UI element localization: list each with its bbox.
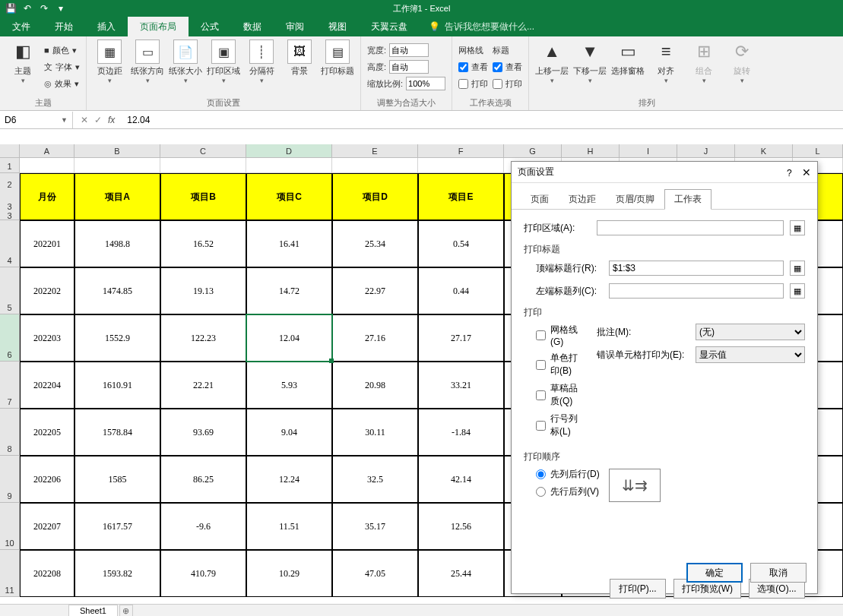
sheet-tab[interactable]: Sheet1	[68, 605, 118, 617]
headings-print-check[interactable]	[493, 79, 502, 89]
cell[interactable]: 202201	[20, 220, 74, 267]
row-header[interactable]: 6	[0, 314, 20, 362]
cell[interactable]: 33.21	[418, 362, 504, 409]
cell[interactable]: 30.11	[332, 409, 418, 456]
cell[interactable]: 202202	[20, 267, 74, 314]
cell[interactable]: 202208	[20, 550, 74, 597]
draft-check[interactable]	[536, 390, 546, 400]
formula-input[interactable]: 12.04	[122, 113, 843, 127]
col-header-A[interactable]: A	[20, 144, 74, 157]
print-area-picker-icon[interactable]: ▦	[790, 220, 805, 235]
save-icon[interactable]: 💾	[5, 2, 17, 14]
cell[interactable]: 202204	[20, 362, 74, 409]
bw-check[interactable]	[536, 360, 546, 370]
tab-data[interactable]: 数据	[231, 17, 274, 36]
cell[interactable]: 410.79	[160, 550, 246, 597]
width-input[interactable]	[389, 43, 429, 57]
print-area-input[interactable]	[597, 220, 784, 235]
row-header[interactable]: 7	[0, 362, 20, 409]
cell[interactable]: 16.41	[246, 220, 332, 267]
cell[interactable]: 项目B	[160, 173, 246, 220]
cell[interactable]: 1593.82	[74, 550, 160, 597]
cell[interactable]: 12.04	[246, 314, 332, 362]
cell[interactable]	[160, 158, 246, 173]
cell[interactable]: 25.34	[332, 220, 418, 267]
height-input[interactable]	[389, 60, 429, 74]
ok-button[interactable]: 确定	[686, 563, 743, 583]
qat-dropdown-icon[interactable]: ▾	[55, 2, 67, 14]
dialog-close-icon[interactable]: ✕	[802, 166, 811, 178]
col-header-D[interactable]: D	[246, 144, 332, 157]
cell[interactable]: 22.97	[332, 267, 418, 314]
cell[interactable]: 27.16	[332, 314, 418, 362]
cell[interactable]	[20, 158, 74, 173]
name-box[interactable]: D6 ▼	[0, 112, 73, 128]
align-button[interactable]: ≡对齐	[649, 39, 683, 84]
tab-cloud[interactable]: 天翼云盘	[359, 17, 420, 36]
cell[interactable]: 9.04	[246, 409, 332, 456]
col-header-E[interactable]: E	[332, 144, 418, 157]
cell[interactable]: 19.13	[160, 267, 246, 314]
rotate-button[interactable]: ⟳旋转	[725, 39, 759, 84]
row-header[interactable]: 5	[0, 267, 20, 314]
cell[interactable]: 35.17	[332, 503, 418, 550]
cell[interactable]: 202206	[20, 456, 74, 503]
col-header-I[interactable]: I	[620, 144, 677, 157]
select-all-corner[interactable]	[0, 144, 20, 157]
margins-button[interactable]: ▦页边距	[93, 39, 126, 84]
col-header-C[interactable]: C	[160, 144, 246, 157]
col-header-L[interactable]: L	[793, 144, 843, 157]
headings-view-check[interactable]	[493, 62, 502, 72]
cell[interactable]: 93.69	[160, 409, 246, 456]
tab-file[interactable]: 文件	[0, 17, 43, 36]
cell[interactable]: 25.44	[418, 550, 504, 597]
cell[interactable]: 42.14	[418, 456, 504, 503]
cell[interactable]: 1610.91	[74, 362, 160, 409]
cell[interactable]: 1585	[74, 456, 160, 503]
undo-icon[interactable]: ↶	[21, 2, 33, 14]
orientation-button[interactable]: ▭纸张方向	[131, 39, 164, 84]
comments-select[interactable]: (无)	[696, 324, 805, 340]
cell[interactable]: 122.23	[160, 314, 246, 362]
size-button[interactable]: 📄纸张大小	[169, 39, 202, 84]
cell[interactable]: 项目C	[246, 173, 332, 220]
print-area-button[interactable]: ▣打印区域	[207, 39, 240, 84]
cell[interactable]: 5.93	[246, 362, 332, 409]
row-header[interactable]: 8	[0, 409, 20, 456]
cell[interactable]: -1.84	[418, 409, 504, 456]
cell[interactable]	[418, 158, 504, 173]
tab-insert[interactable]: 插入	[85, 17, 128, 36]
tell-me-search[interactable]: 💡 告诉我您想要做什么...	[420, 17, 534, 36]
tab-home[interactable]: 开始	[43, 17, 85, 36]
tab-review[interactable]: 审阅	[274, 17, 316, 36]
cell[interactable]: 1474.85	[74, 267, 160, 314]
col-header-H[interactable]: H	[562, 144, 620, 157]
enter-formula-icon[interactable]: ✓	[94, 115, 102, 125]
colors-button[interactable]: ■颜色▾	[44, 43, 80, 58]
print-titles-button[interactable]: ▤打印标题	[321, 39, 354, 77]
cell[interactable]: 11.51	[246, 503, 332, 550]
cell[interactable]: 27.17	[418, 314, 504, 362]
cancel-formula-icon[interactable]: ✕	[81, 115, 88, 125]
cell[interactable]: 16.52	[160, 220, 246, 267]
row-header[interactable]: 11	[0, 550, 20, 597]
dialog-tab-sheet[interactable]: 工作表	[664, 189, 711, 210]
col-header-B[interactable]: B	[74, 144, 160, 157]
send-backward-button[interactable]: ▼下移一层	[573, 39, 607, 84]
dialog-help-icon[interactable]: ?	[787, 168, 792, 178]
redo-icon[interactable]: ↷	[38, 2, 50, 14]
dialog-tab-margins[interactable]: 页边距	[559, 189, 606, 209]
left-cols-picker-icon[interactable]: ▦	[790, 283, 805, 299]
effects-button[interactable]: ◎效果▾	[44, 76, 80, 91]
cell[interactable]: 1498.8	[74, 220, 160, 267]
fonts-button[interactable]: 文字体▾	[44, 59, 80, 74]
cell[interactable]: 12.56	[418, 503, 504, 550]
col-header-K[interactable]: K	[735, 144, 793, 157]
over-down-radio[interactable]	[536, 487, 546, 497]
fx-icon[interactable]: fx	[108, 115, 115, 125]
name-box-dropdown-icon[interactable]: ▼	[61, 116, 68, 124]
top-rows-input[interactable]	[609, 261, 784, 276]
cell[interactable]: 86.25	[160, 456, 246, 503]
cell[interactable]	[74, 158, 160, 173]
cell[interactable]: 项目A	[74, 173, 160, 220]
